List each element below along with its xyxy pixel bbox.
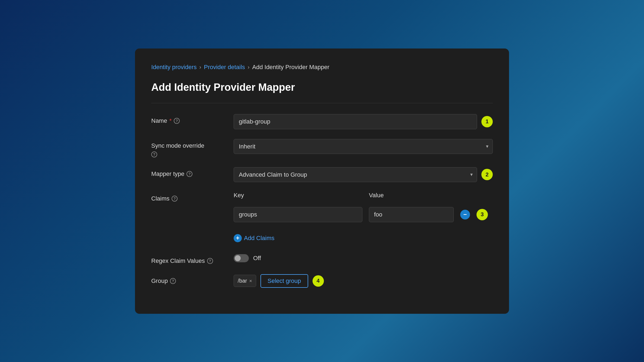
sync-mode-control: Inherit Legacy Force ▾ xyxy=(234,139,493,154)
breadcrumb-link-identity-providers[interactable]: Identity providers xyxy=(151,64,197,71)
claims-value-header: Value xyxy=(369,192,384,199)
group-label: Group ? xyxy=(151,277,227,285)
regex-toggle[interactable] xyxy=(234,254,249,262)
required-star: * xyxy=(169,117,172,124)
group-tag-value: /bar xyxy=(238,278,247,284)
breadcrumb-separator-1: › xyxy=(199,64,201,70)
claims-key-header: Key xyxy=(234,192,362,199)
claims-control: Key Value − 3 + Add Claims xyxy=(234,192,493,244)
mapper-type-control: Advanced Claim to Group Hardcoded Group … xyxy=(234,167,493,182)
close-icon: × xyxy=(249,278,252,284)
sync-mode-select-wrapper: Inherit Legacy Force ▾ xyxy=(234,139,493,154)
name-label: Name * ? xyxy=(151,117,227,124)
add-claims-label: Add Claims xyxy=(244,235,274,242)
mapper-type-label: Mapper type ? xyxy=(151,170,227,177)
add-claims-button[interactable]: + Add Claims xyxy=(234,232,274,244)
select-group-button[interactable]: Select group xyxy=(260,274,308,288)
breadcrumb: Identity providers › Provider details › … xyxy=(151,64,493,71)
sync-mode-help-icon[interactable]: ? xyxy=(151,151,157,157)
group-help-icon[interactable]: ? xyxy=(170,278,176,284)
divider xyxy=(151,103,493,103)
claims-entry-row: − 3 xyxy=(234,207,488,222)
add-icon: + xyxy=(234,234,242,242)
step-badge-4: 4 xyxy=(313,275,324,287)
breadcrumb-current: Add Identity Provider Mapper xyxy=(252,64,330,71)
remove-claim-button[interactable]: − xyxy=(460,210,470,219)
regex-off-label: Off xyxy=(253,255,261,262)
claims-value-input[interactable] xyxy=(369,207,454,222)
claims-header: Key Value xyxy=(234,192,384,199)
step-badge-3: 3 xyxy=(476,209,488,220)
mapper-type-select[interactable]: Advanced Claim to Group Hardcoded Group … xyxy=(234,167,477,182)
page-title: Add Identity Provider Mapper xyxy=(151,82,493,93)
regex-control: Off xyxy=(234,254,493,262)
regex-toggle-wrapper: Off xyxy=(234,254,261,262)
main-modal: Identity providers › Provider details › … xyxy=(135,49,509,314)
sync-mode-label: Sync mode override xyxy=(151,142,227,149)
group-tag-remove-button[interactable]: × xyxy=(249,279,252,283)
name-help-icon[interactable]: ? xyxy=(174,118,180,124)
regex-label: Regex Claim Values ? xyxy=(151,257,227,264)
toggle-slider xyxy=(234,254,249,262)
mapper-type-help-icon[interactable]: ? xyxy=(186,171,192,177)
group-row: Group ? /bar × Select group 4 xyxy=(151,274,493,288)
claims-row: Claims ? Key Value − 3 + Add Claims xyxy=(151,192,493,244)
group-tag: /bar × xyxy=(234,275,256,287)
mapper-type-select-wrapper: Advanced Claim to Group Hardcoded Group … xyxy=(234,167,477,182)
claims-key-input[interactable] xyxy=(234,207,362,222)
breadcrumb-separator-2: › xyxy=(248,64,250,70)
mapper-type-row: Mapper type ? Advanced Claim to Group Ha… xyxy=(151,167,493,182)
breadcrumb-link-provider-details[interactable]: Provider details xyxy=(204,64,245,71)
claims-help-icon[interactable]: ? xyxy=(172,196,178,202)
sync-mode-select[interactable]: Inherit Legacy Force xyxy=(234,139,493,154)
name-row: Name * ? 1 xyxy=(151,114,493,129)
group-control: /bar × Select group 4 xyxy=(234,274,493,288)
step-badge-2: 2 xyxy=(481,169,493,180)
minus-icon: − xyxy=(463,211,467,218)
claims-label: Claims ? xyxy=(151,195,227,202)
name-input[interactable] xyxy=(234,114,477,129)
name-control: 1 xyxy=(234,114,493,129)
sync-mode-row: Sync mode override ? Inherit Legacy Forc… xyxy=(151,139,493,157)
step-badge-1: 1 xyxy=(481,116,493,127)
regex-row: Regex Claim Values ? Off xyxy=(151,254,493,264)
regex-help-icon[interactable]: ? xyxy=(207,258,213,264)
